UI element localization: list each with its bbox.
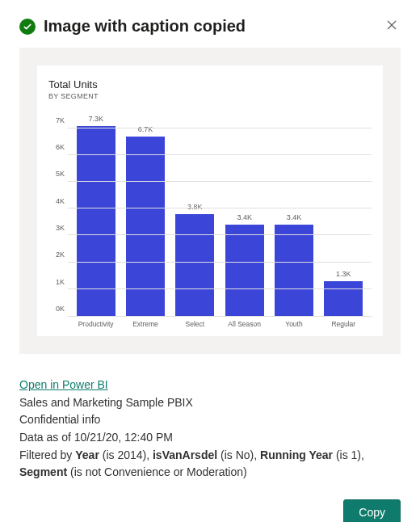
chart-bar	[324, 281, 363, 316]
filter-condition: (is 2014),	[99, 448, 153, 461]
chart-gridline	[68, 288, 372, 289]
filter-condition: (is 1),	[333, 448, 364, 461]
copy-button[interactable]: Copy	[343, 499, 401, 522]
chart-yaxis: 0K1K2K3K4K5K6K7K	[48, 115, 68, 317]
filter-condition: (is not Convenience or Moderation)	[67, 465, 247, 478]
filters-line: Filtered by Year (is 2014), isVanArsdel …	[19, 448, 364, 479]
chart-bar-value-label: 3.4K	[237, 213, 252, 221]
chart-gridline	[68, 234, 372, 235]
report-name: Sales and Marketing Sample PBIX	[19, 396, 193, 409]
chart-gridline	[68, 181, 372, 182]
open-in-powerbi-link[interactable]: Open in Power BI	[19, 378, 108, 391]
chart-xaxis: ProductivityExtremeSelectAll SeasonYouth…	[68, 317, 372, 328]
chart-gridline	[68, 262, 372, 263]
dialog-header: Image with caption copied	[19, 16, 401, 36]
chart-xtick: Productivity	[71, 320, 120, 328]
filter-field: Segment	[19, 465, 67, 478]
chart-title: Total Units	[48, 78, 372, 91]
chart-bar-column: 7.3K	[71, 115, 120, 316]
chart-bar-column: 3.4K	[220, 115, 269, 316]
chart-bar-value-label: 7.3K	[88, 115, 103, 123]
classification-label: Confidential info	[19, 413, 100, 426]
chart-bar-value-label: 6.7K	[138, 125, 153, 133]
chart-xtick: Youth	[269, 320, 318, 328]
success-check-icon	[19, 19, 36, 35]
chart-xtick: Select	[170, 320, 220, 328]
chart-bar-column: 1.3K	[319, 115, 368, 316]
chart-bar-value-label: 3.8K	[187, 203, 203, 211]
chart-ytick: 4K	[56, 197, 65, 205]
chart-ytick: 7K	[56, 116, 65, 124]
chart-subtitle: BY SEGMENT	[48, 92, 372, 100]
chart-card: Total Units BY SEGMENT 0K1K2K3K4K5K6K7K …	[37, 65, 383, 336]
chart-ytick: 5K	[56, 170, 65, 178]
caption-block: Open in Power BI Sales and Marketing Sam…	[19, 377, 401, 482]
chart-bar-column: 3.8K	[170, 115, 220, 316]
chart-bar-value-label: 1.3K	[336, 270, 351, 278]
chart-xtick: All Season	[220, 320, 269, 328]
dialog-title: Image with caption copied	[44, 17, 375, 36]
chart-ytick: 1K	[56, 278, 65, 286]
data-asof-prefix: Data as of	[19, 431, 74, 444]
chart-ytick: 0K	[56, 305, 65, 313]
chart-gridline	[68, 154, 372, 155]
chart-bar-value-label: 3.4K	[287, 213, 302, 221]
chart-plot: 0K1K2K3K4K5K6K7K 7.3K6.7K3.8K3.4K3.4K1.3…	[48, 115, 372, 317]
chart-ytick: 2K	[56, 250, 65, 259]
close-button[interactable]	[383, 16, 401, 36]
chart-ytick: 6K	[56, 143, 65, 151]
chart-ytick: 3K	[56, 224, 65, 232]
chart-bar-column: 3.4K	[269, 115, 318, 316]
chart-bar-column: 6.7K	[120, 115, 170, 316]
filter-field: isVanArsdel	[153, 448, 217, 461]
filter-field: Running Year	[260, 448, 333, 461]
chart-gridline	[68, 208, 372, 208]
chart-bars-area: 7.3K6.7K3.8K3.4K3.4K1.3K	[68, 115, 372, 317]
chart-xtick: Extreme	[120, 320, 170, 328]
chart-preview-area: Total Units BY SEGMENT 0K1K2K3K4K5K6K7K …	[19, 48, 401, 354]
close-icon	[386, 19, 397, 33]
filter-condition: (is No),	[217, 448, 260, 461]
chart-bar	[175, 214, 214, 316]
dialog-footer: Copy	[19, 499, 401, 522]
chart-xtick: Regular	[319, 320, 368, 328]
chart-bar	[225, 225, 264, 316]
chart-bar	[275, 225, 313, 316]
data-asof-value: 10/21/20, 12:40 PM	[74, 431, 173, 444]
filter-field: Year	[75, 448, 99, 461]
chart-gridline	[68, 128, 372, 128]
